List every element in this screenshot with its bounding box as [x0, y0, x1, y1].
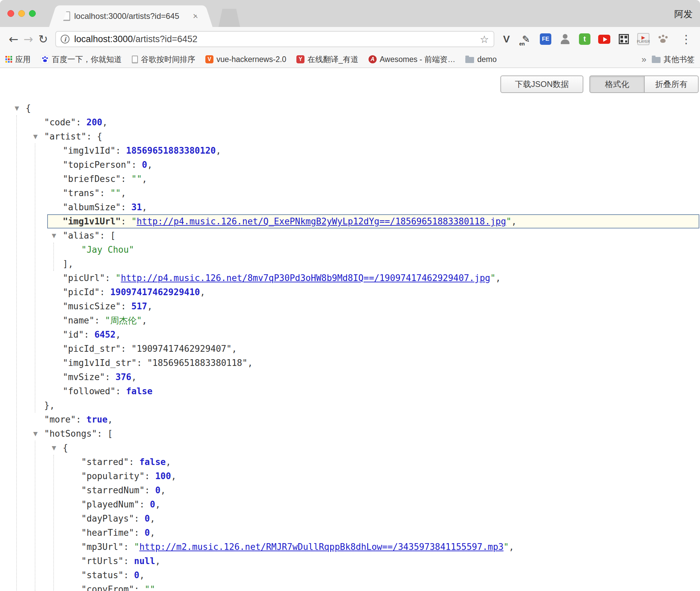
url-host: localhost:3000 — [74, 34, 133, 44]
json-line: "trans": "", — [0, 186, 700, 200]
json-line: "followed": false — [0, 384, 700, 398]
bookmarks-overflow-icon[interactable]: » — [642, 54, 646, 65]
url-path: /artists?id=6452 — [133, 34, 197, 44]
youtube-play-icon — [598, 35, 610, 44]
json-line: "img1v1Id": 18569651883380120, — [0, 144, 700, 158]
json-link[interactable]: http://p4.music.126.net/8mv7qP30Pd3oHW8b… — [121, 273, 490, 283]
player-extension-icon[interactable]: ▶ PLAYER — [637, 33, 649, 45]
json-link[interactable]: http://m2.music.126.net/RMJR7wDullRqppBk… — [139, 542, 503, 552]
paw-icon — [657, 33, 669, 45]
json-line: "hearTime": 0, — [0, 526, 700, 540]
json-line: "id": 6452, — [0, 328, 700, 342]
collapse-all-button[interactable]: 折叠所有 — [644, 75, 699, 93]
folder-icon — [465, 57, 474, 63]
bookmark-vue-hackernews[interactable]: V vue-hackernews-2.0 — [205, 55, 286, 64]
json-line: ▼"hotSongs": [ — [0, 427, 700, 441]
bookmark-demo-folder[interactable]: demo — [465, 55, 497, 64]
qrcode-extension-icon[interactable] — [618, 33, 630, 45]
download-json-button[interactable]: 下载JSON数据 — [500, 75, 583, 93]
json-line: ▼{ — [0, 101, 700, 115]
bookmark-star-icon[interactable]: ☆ — [480, 33, 489, 45]
page-icon — [132, 56, 138, 63]
profile-name[interactable]: 阿发 — [674, 8, 693, 20]
new-tab-button[interactable] — [218, 9, 240, 27]
json-line: "picId_str": "19097417462929407", — [0, 342, 700, 356]
json-viewer-actions: 下载JSON数据 格式化 折叠所有 — [0, 75, 700, 93]
pen-badge: en — [519, 41, 525, 46]
json-line: "name": "周杰伦", — [0, 313, 700, 328]
bookmark-apps[interactable]: 应用 — [5, 54, 31, 65]
tab-close-icon[interactable]: × — [191, 11, 200, 21]
close-window-button[interactable] — [7, 10, 14, 17]
json-line: ▼{ — [0, 441, 700, 455]
bookmark-youdao[interactable]: Y 在线翻译_有道 — [296, 54, 358, 65]
json-line: "starred": false, — [0, 455, 700, 469]
active-tab[interactable]: localhost:3000/artists?id=645 × — [58, 5, 204, 27]
json-line: "popularity": 100, — [0, 469, 700, 483]
json-line: "briefDesc": "", — [0, 172, 700, 186]
json-line: ▼"artist": { — [0, 129, 700, 144]
bookmarks-bar: 应用 百度一下，你就知道 谷歌按时间排序 V vue-hackernews-2.… — [0, 51, 700, 68]
translate-pen-extension-icon[interactable]: ✎ en — [520, 33, 532, 45]
collapse-triangle-icon[interactable]: ▼ — [13, 101, 21, 115]
maximize-window-button[interactable] — [29, 10, 36, 17]
json-link[interactable]: http://p4.music.126.net/Q_ExePNkmgB2yWyL… — [137, 216, 506, 226]
json-line: "mvSize": 376, — [0, 370, 700, 384]
page-favicon-icon — [63, 11, 70, 21]
bookmark-awesomes[interactable]: A Awesomes - 前端资… — [369, 54, 456, 65]
person-icon — [559, 33, 571, 45]
format-button[interactable]: 格式化 — [589, 75, 645, 93]
collapse-triangle-icon[interactable]: ▼ — [50, 228, 58, 243]
youtube-extension-icon[interactable] — [598, 33, 610, 45]
json-line: "code": 200, — [0, 115, 700, 129]
json-line: "picId": 19097417462929410, — [0, 285, 700, 299]
json-line: }, — [0, 398, 700, 412]
paw-extension-icon[interactable] — [657, 33, 669, 45]
profile-person-extension-icon[interactable] — [559, 33, 571, 45]
address-bar[interactable]: i localhost:3000/artists?id=6452 ☆ — [55, 31, 494, 47]
json-line: "dayPlays": 0, — [0, 511, 700, 526]
chrome-menu-icon[interactable]: ⋮ — [678, 32, 694, 46]
json-line: "mp3Url": "http://m2.music.126.net/RMJR7… — [0, 540, 700, 554]
collapse-triangle-icon[interactable]: ▼ — [31, 129, 39, 144]
youdao-icon: Y — [296, 55, 304, 63]
vimium-extension-icon[interactable]: V — [500, 33, 513, 45]
tab-title: localhost:3000/artists?id=645 — [74, 11, 187, 21]
folder-icon — [652, 57, 661, 63]
collapse-triangle-icon[interactable]: ▼ — [31, 427, 39, 441]
apps-grid-icon — [5, 56, 12, 63]
json-line: ▼"alias": [ — [0, 228, 700, 243]
json-line: "picUrl": "http://p4.music.126.net/8mv7q… — [0, 271, 700, 285]
json-line: "img1v1Url": "http://p4.music.126.net/Q_… — [47, 214, 699, 228]
page-content: 下载JSON数据 格式化 折叠所有 ▼{"code": 200,▼"artist… — [0, 68, 700, 590]
fe-extension-icon[interactable]: FE — [539, 33, 552, 45]
qrcode-icon — [619, 34, 629, 44]
browser-window: localhost:3000/artists?id=645 × 阿发 ← → ↻… — [0, 0, 700, 591]
awesomes-icon: A — [369, 55, 377, 63]
other-bookmarks-folder[interactable]: 其他书签 — [652, 54, 695, 65]
bookmark-baidu[interactable]: 百度一下，你就知道 — [41, 54, 122, 65]
minimize-window-button[interactable] — [18, 10, 25, 17]
baidu-paw-icon — [41, 55, 49, 63]
collapse-triangle-icon[interactable]: ▼ — [50, 441, 58, 455]
json-line: "img1v1Id_str": "18569651883380118", — [0, 356, 700, 370]
back-icon[interactable]: ← — [6, 32, 21, 46]
json-line: "copyFrom": "", — [0, 582, 700, 591]
browser-toolbar: ← → ↻ i localhost:3000/artists?id=6452 ☆… — [0, 27, 700, 51]
json-line: ], — [0, 257, 700, 271]
json-line: "rtUrls": null, — [0, 554, 700, 568]
json-tree: ▼{"code": 200,▼"artist": {"img1v1Id": 18… — [0, 101, 700, 591]
json-line: "more": true, — [0, 412, 700, 427]
tab-strip: localhost:3000/artists?id=645 × 阿发 — [0, 0, 700, 27]
site-info-icon[interactable]: i — [61, 35, 69, 43]
json-line: "albumSize": 31, — [0, 200, 700, 214]
json-line: "musicSize": 517, — [0, 299, 700, 313]
bookmark-google-sort[interactable]: 谷歌按时间排序 — [132, 54, 195, 65]
traffic-lights — [7, 10, 36, 17]
green-extension-icon[interactable]: t — [579, 33, 591, 45]
extension-icons: V ✎ en FE t ▶ PLAYER ⋮ — [500, 32, 694, 46]
json-line: "topicPerson": 0, — [0, 158, 700, 172]
forward-icon[interactable]: → — [21, 32, 36, 46]
url-text[interactable]: localhost:3000/artists?id=6452 — [74, 34, 480, 44]
reload-icon[interactable]: ↻ — [36, 32, 51, 46]
